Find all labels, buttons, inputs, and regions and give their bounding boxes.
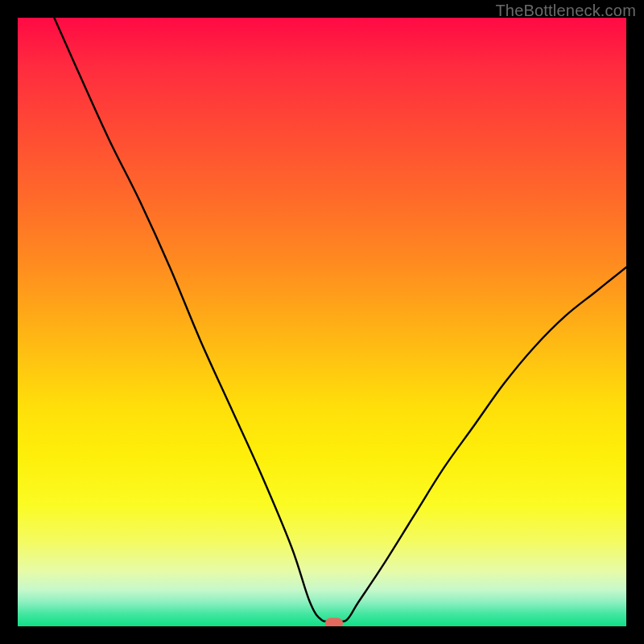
bottleneck-curve (18, 18, 626, 626)
optimum-marker (325, 618, 343, 626)
chart-stage: TheBottleneck.com (0, 0, 644, 644)
watermark-text: TheBottleneck.com (495, 2, 636, 20)
plot-area (18, 18, 626, 626)
